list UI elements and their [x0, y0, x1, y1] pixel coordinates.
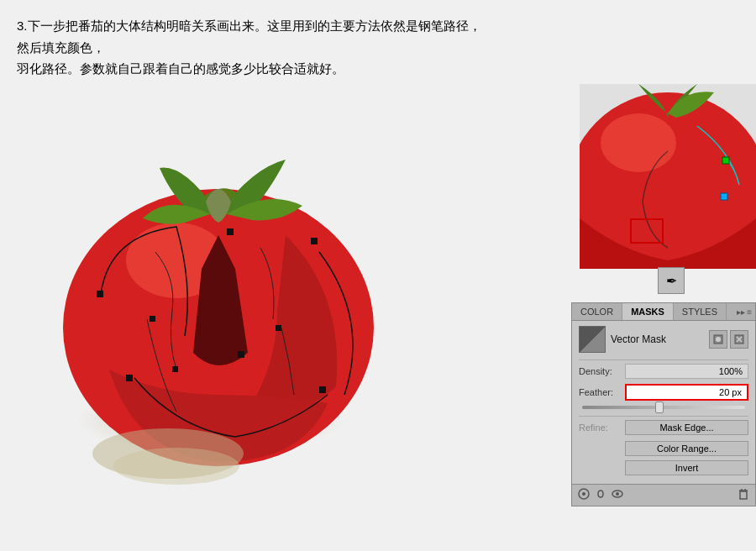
feather-slider-track[interactable] — [582, 406, 745, 409]
feather-row: Feather: 20 px — [579, 384, 748, 401]
svg-rect-11 — [276, 325, 281, 331]
svg-rect-9 — [238, 351, 244, 358]
tab-color[interactable]: COLOR — [572, 303, 622, 320]
feather-label: Feather: — [579, 387, 625, 397]
mask-action-icons — [709, 330, 748, 349]
density-value[interactable]: 100% — [625, 364, 748, 379]
tomato-detail-view — [580, 84, 756, 269]
panel-expand-icon[interactable]: ▸▸ — [737, 307, 745, 317]
footer-eye-icon[interactable] — [609, 487, 626, 503]
svg-rect-27 — [740, 491, 747, 499]
svg-point-15 — [601, 113, 676, 172]
invert-button[interactable]: Invert — [625, 460, 748, 475]
svg-point-24 — [582, 492, 585, 496]
panel-tabs: COLOR MASKS STYLES ▸▸ ≡ — [572, 303, 755, 321]
mask-delete-btn[interactable] — [730, 330, 748, 349]
right-panel: ✒ COLOR MASKS STYLES ▸▸ ≡ — [512, 84, 756, 551]
main-area: 3.下一步把番茄的大体结构明暗关系画出来。这里用到的主要方法依然是钢笔路径，然后… — [0, 0, 756, 551]
color-range-row: Color Range... — [579, 440, 748, 456]
footer-trash-icon[interactable] — [735, 487, 752, 503]
svg-point-26 — [616, 492, 619, 496]
svg-rect-17 — [721, 193, 727, 200]
refine-label: Refine: — [579, 422, 625, 433]
mask-edge-button[interactable]: Mask Edge... — [625, 420, 748, 435]
svg-rect-16 — [722, 157, 729, 164]
mask-label: Vector Mask — [611, 333, 704, 345]
ps-masks-panel: COLOR MASKS STYLES ▸▸ ≡ Vector Mask — [571, 302, 756, 506]
svg-rect-4 — [97, 291, 103, 297]
svg-rect-12 — [172, 366, 178, 372]
svg-point-3 — [113, 448, 239, 485]
density-row: Density: 100% — [579, 364, 748, 379]
panel-tab-icons: ▸▸ ≡ — [733, 307, 755, 317]
feather-value[interactable]: 20 px — [625, 384, 748, 401]
svg-rect-10 — [150, 316, 155, 322]
feather-slider-row — [579, 406, 748, 409]
footer-mask-chain-icon[interactable] — [592, 487, 609, 503]
tab-styles[interactable]: STYLES — [674, 303, 727, 320]
separator1 — [579, 359, 748, 360]
invert-row: Invert — [579, 459, 748, 475]
mask-thumbnail — [579, 326, 606, 353]
svg-rect-8 — [227, 228, 234, 235]
svg-rect-5 — [311, 238, 318, 244]
panel-menu-icon[interactable]: ≡ — [747, 307, 752, 317]
detail-svg — [580, 84, 756, 269]
density-label: Density: — [579, 366, 625, 376]
svg-rect-6 — [126, 375, 133, 381]
tomato-illustration — [25, 84, 470, 504]
bezier-tool-indicator: ✒ — [658, 267, 685, 294]
panel-content: Vector Mask Density: 100% — [572, 321, 755, 484]
panel-footer — [572, 484, 755, 506]
mask-apply-btn[interactable] — [709, 330, 727, 349]
color-range-button[interactable]: Color Range... — [625, 441, 748, 456]
vector-mask-row: Vector Mask — [579, 326, 748, 353]
header-text: 3.下一步把番茄的大体结构明暗关系画出来。这里用到的主要方法依然是钢笔路径，然后… — [17, 15, 487, 80]
refine-row: Refine: Mask Edge... — [579, 420, 748, 435]
svg-point-19 — [716, 337, 721, 342]
separator2 — [579, 416, 748, 417]
feather-slider-thumb[interactable] — [655, 401, 664, 413]
header-line1: 3.下一步把番茄的大体结构明暗关系画出来。这里用到的主要方法依然是钢笔路径，然后… — [17, 15, 487, 58]
header-line2: 羽化路径。参数就自己跟着自己的感觉多少比较合适就好。 — [17, 58, 487, 80]
tomato-svg — [25, 84, 470, 504]
tab-masks[interactable]: MASKS — [622, 303, 674, 320]
footer-mask-circle-icon[interactable] — [575, 487, 592, 503]
svg-rect-7 — [319, 386, 326, 393]
